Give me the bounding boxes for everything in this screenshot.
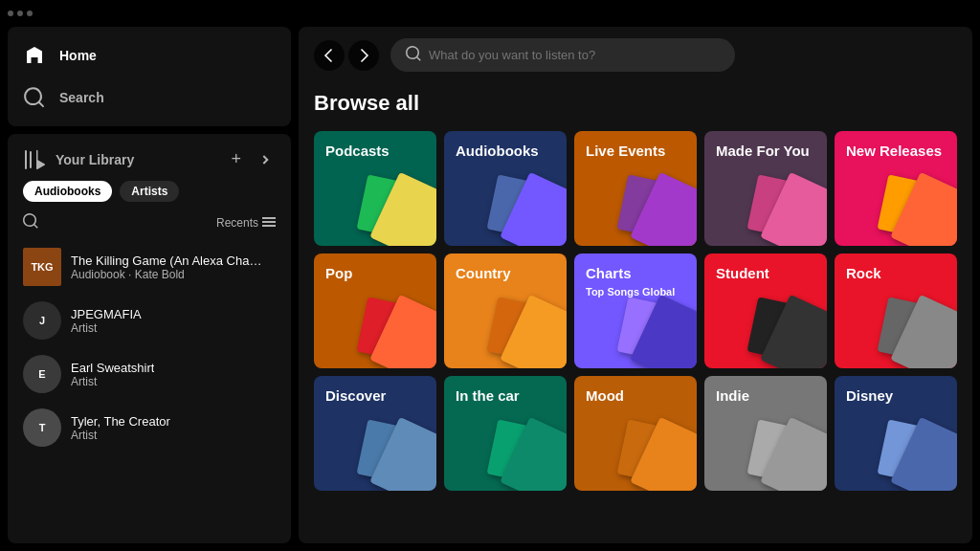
category-label-country: Country bbox=[456, 265, 511, 282]
category-label-new-releases: New Releases bbox=[846, 143, 942, 160]
filter-pills: Audiobooks Artists bbox=[8, 181, 291, 209]
category-card-live-events[interactable]: Live Events bbox=[574, 131, 697, 246]
category-card-charts[interactable]: ChartsTop Songs Global bbox=[574, 253, 697, 368]
browse-title: Browse all bbox=[314, 91, 957, 116]
library-item-name: The Killing Game (An Alexa Chase Suspens… bbox=[71, 253, 262, 268]
library-item-thumb: J bbox=[23, 301, 61, 340]
titlebar-dot-2 bbox=[17, 11, 23, 16]
category-label-in-the-car: In the car bbox=[456, 387, 520, 405]
library-item-thumb: E bbox=[23, 355, 61, 393]
sidebar-library: Your Library + Audiobooks Artists bbox=[8, 134, 291, 543]
nav-buttons bbox=[314, 40, 379, 71]
category-label-audiobooks: Audiobooks bbox=[456, 143, 539, 160]
browse-section: Browse all PodcastsAudiobooksLive Events… bbox=[299, 83, 972, 543]
search-input[interactable] bbox=[429, 48, 720, 62]
category-label-disney: Disney bbox=[846, 387, 893, 405]
search-nav-icon bbox=[23, 86, 46, 109]
category-card-student[interactable]: Student bbox=[704, 253, 827, 368]
list-view-icon bbox=[262, 215, 276, 231]
sidebar-item-home-label: Home bbox=[59, 48, 97, 63]
category-card-mood[interactable]: Mood bbox=[574, 376, 697, 491]
category-label-mood: Mood bbox=[586, 387, 624, 405]
library-item[interactable]: TKG The Killing Game (An Alexa Chase Sus… bbox=[15, 240, 283, 294]
category-card-rock[interactable]: Rock bbox=[835, 253, 957, 368]
home-icon bbox=[23, 44, 46, 67]
category-label-pop: Pop bbox=[325, 265, 352, 282]
library-item-info: JPEGMAFIA Artist bbox=[71, 307, 142, 335]
topbar bbox=[299, 27, 972, 83]
forward-button[interactable] bbox=[348, 40, 379, 71]
library-search-icon[interactable] bbox=[23, 213, 38, 232]
titlebar-dot-3 bbox=[27, 11, 33, 16]
recents-label[interactable]: Recents bbox=[216, 215, 276, 231]
category-label-live-events: Live Events bbox=[586, 143, 665, 160]
library-header: Your Library + bbox=[8, 134, 291, 181]
library-item-sub: Artist bbox=[71, 321, 142, 335]
titlebar bbox=[0, 0, 980, 27]
library-item[interactable]: E Earl Sweatshirt Artist bbox=[15, 347, 283, 401]
library-add-button[interactable]: + bbox=[227, 145, 245, 173]
svg-rect-2 bbox=[262, 225, 276, 227]
category-label-podcasts: Podcasts bbox=[325, 143, 390, 160]
category-label-rock: Rock bbox=[846, 265, 881, 282]
category-label-student: Student bbox=[716, 265, 769, 282]
back-button[interactable] bbox=[314, 40, 345, 71]
category-label-indie: Indie bbox=[716, 387, 749, 405]
category-label-discover: Discover bbox=[325, 387, 386, 405]
library-item-sub: Artist bbox=[71, 375, 154, 388]
library-item[interactable]: J JPEGMAFIA Artist bbox=[15, 294, 283, 347]
category-card-audiobooks[interactable]: Audiobooks bbox=[444, 131, 567, 246]
filter-audiobooks[interactable]: Audiobooks bbox=[23, 181, 112, 202]
category-card-pop[interactable]: Pop bbox=[314, 253, 436, 368]
category-grid: PodcastsAudiobooksLive EventsMade For Yo… bbox=[314, 131, 957, 491]
category-card-podcasts[interactable]: Podcasts bbox=[314, 131, 436, 246]
svg-rect-0 bbox=[262, 217, 276, 219]
main-layout: Home Search Y bbox=[0, 27, 980, 551]
library-item-name: JPEGMAFIA bbox=[71, 307, 142, 321]
category-card-country[interactable]: Country bbox=[444, 253, 567, 368]
titlebar-dot-1 bbox=[8, 11, 13, 16]
category-card-disney[interactable]: Disney bbox=[835, 376, 957, 491]
svg-rect-1 bbox=[262, 221, 276, 223]
library-expand-button[interactable] bbox=[253, 148, 276, 171]
category-card-new-releases[interactable]: New Releases bbox=[835, 131, 957, 246]
category-card-in-the-car[interactable]: In the car bbox=[444, 376, 567, 491]
sidebar-item-home[interactable]: Home bbox=[8, 34, 291, 77]
search-icon bbox=[406, 46, 421, 64]
library-item-thumb: TKG bbox=[23, 248, 61, 286]
category-label-made-for-you: Made For You bbox=[716, 143, 810, 160]
main-content: Browse all PodcastsAudiobooksLive Events… bbox=[299, 27, 972, 543]
library-title: Your Library bbox=[56, 152, 134, 167]
sidebar-top-nav: Home Search bbox=[8, 27, 291, 126]
sidebar-item-search[interactable]: Search bbox=[8, 77, 291, 119]
library-actions: + bbox=[227, 145, 276, 173]
library-item-thumb: T bbox=[23, 408, 61, 447]
search-bar[interactable] bbox=[390, 38, 735, 72]
sidebar: Home Search Y bbox=[8, 27, 291, 543]
category-card-indie[interactable]: Indie bbox=[704, 376, 827, 491]
library-item[interactable]: T Tyler, The Creator Artist bbox=[15, 401, 283, 454]
library-item-sub: Artist bbox=[71, 429, 170, 442]
library-item-name: Tyler, The Creator bbox=[71, 414, 170, 429]
library-title-row: Your Library bbox=[23, 148, 134, 171]
library-item-info: Earl Sweatshirt Artist bbox=[71, 361, 154, 388]
category-card-discover[interactable]: Discover bbox=[314, 376, 436, 491]
library-icon bbox=[23, 148, 46, 171]
library-item-info: The Killing Game (An Alexa Chase Suspens… bbox=[71, 253, 262, 281]
sidebar-item-search-label: Search bbox=[59, 90, 104, 105]
library-item-info: Tyler, The Creator Artist bbox=[71, 414, 170, 442]
library-list: TKG The Killing Game (An Alexa Chase Sus… bbox=[8, 240, 291, 543]
library-item-sub: Audiobook · Kate Bold bbox=[71, 268, 262, 281]
library-item-name: Earl Sweatshirt bbox=[71, 361, 154, 375]
library-search-row: Recents bbox=[8, 209, 291, 240]
filter-artists[interactable]: Artists bbox=[120, 181, 179, 202]
category-card-made-for-you[interactable]: Made For You bbox=[704, 131, 827, 246]
category-label-charts: ChartsTop Songs Global bbox=[586, 265, 675, 299]
